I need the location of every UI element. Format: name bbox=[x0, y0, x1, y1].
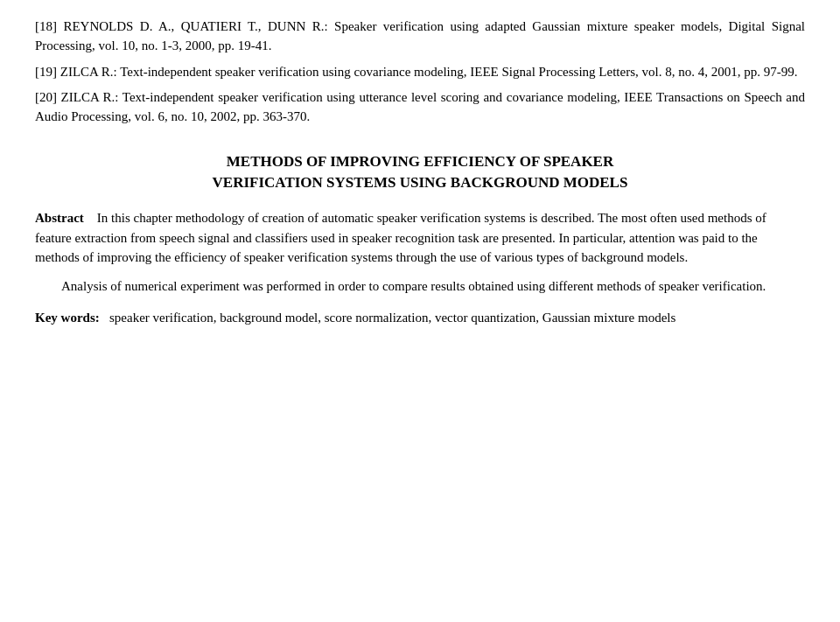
abstract-label: Abstract bbox=[35, 211, 84, 225]
keywords-line: Key words: speaker verification, backgro… bbox=[35, 308, 805, 328]
reference-18: [18] REYNOLDS D. A., QUATIERI T., DUNN R… bbox=[35, 17, 805, 56]
reference-20: [20] ZILCA R.: Text-independent speaker … bbox=[35, 88, 805, 127]
ref20-text: [20] ZILCA R.: Text-independent speaker … bbox=[35, 90, 805, 123]
page-content: [18] REYNOLDS D. A., QUATIERI T., DUNN R… bbox=[35, 17, 805, 328]
section-title-line1: METHODS OF IMPROVING EFFICIENCY OF SPEAK… bbox=[44, 151, 796, 172]
ref19-text: [19] ZILCA R.: Text-independent speaker … bbox=[35, 65, 797, 79]
ref18-text: [18] REYNOLDS D. A., QUATIERI T., DUNN R… bbox=[35, 19, 805, 52]
section-title: METHODS OF IMPROVING EFFICIENCY OF SPEAK… bbox=[44, 151, 796, 193]
abstract-section: Abstract In this chapter methodology of … bbox=[35, 208, 805, 268]
keywords-spacer bbox=[103, 311, 107, 325]
reference-19: [19] ZILCA R.: Text-independent speaker … bbox=[35, 63, 805, 82]
keywords-label: Key words: bbox=[35, 311, 100, 325]
abstract-intro-text: In this chapter methodology of creation … bbox=[35, 211, 766, 264]
keywords-text: speaker verification, background model, … bbox=[109, 311, 676, 325]
section-title-line2: VERIFICATION SYSTEMS USING BACKGROUND MO… bbox=[44, 172, 796, 193]
abstract-analysis-text: Analysis of numerical experiment was per… bbox=[61, 279, 766, 293]
abstract-analysis-paragraph: Analysis of numerical experiment was per… bbox=[35, 276, 805, 297]
abstract-spacer bbox=[88, 211, 94, 225]
